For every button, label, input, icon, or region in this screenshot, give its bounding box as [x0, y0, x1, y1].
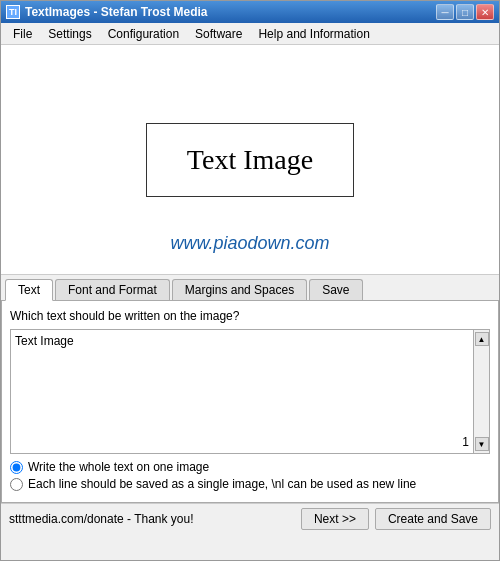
tabs-area: Text Font and Format Margins and Spaces …: [1, 275, 499, 503]
next-button[interactable]: Next >>: [301, 508, 369, 530]
menu-bar: File Settings Configuration Software Hel…: [1, 23, 499, 45]
create-save-button[interactable]: Create and Save: [375, 508, 491, 530]
radio-whole-option[interactable]: Write the whole text on one image: [10, 460, 490, 474]
scroll-down-btn[interactable]: ▼: [475, 437, 489, 451]
watermark: www.piaodown.com: [170, 233, 329, 254]
scroll-up-btn[interactable]: ▲: [475, 332, 489, 346]
preview-container: Text Image www.piaodown.com: [1, 45, 499, 275]
menu-settings[interactable]: Settings: [40, 25, 99, 43]
radio-whole-label: Write the whole text on one image: [28, 460, 209, 474]
minimize-button[interactable]: ─: [436, 4, 454, 20]
tab-margins-spaces[interactable]: Margins and Spaces: [172, 279, 307, 300]
bottom-bar: stttmedia.com/donate - Thank you! Next >…: [1, 503, 499, 534]
menu-configuration[interactable]: Configuration: [100, 25, 187, 43]
app-icon: TI: [6, 5, 20, 19]
title-bar: TI TextImages - Stefan Trost Media ─ □ ✕: [1, 1, 499, 23]
radio-lines-option[interactable]: Each line should be saved as a single im…: [10, 477, 490, 491]
tab-text[interactable]: Text: [5, 279, 53, 301]
radio-group: Write the whole text on one image Each l…: [10, 460, 490, 491]
close-button[interactable]: ✕: [476, 4, 494, 20]
char-count: 1: [462, 435, 469, 449]
radio-whole[interactable]: [10, 461, 23, 474]
maximize-button[interactable]: □: [456, 4, 474, 20]
text-image-preview: Text Image: [146, 123, 354, 197]
radio-lines-label: Each line should be saved as a single im…: [28, 477, 416, 491]
tab-bar: Text Font and Format Margins and Spaces …: [1, 275, 499, 301]
textarea-wrapper: Text Image ▲ ▼ 1: [10, 329, 490, 454]
menu-software[interactable]: Software: [187, 25, 250, 43]
radio-lines[interactable]: [10, 478, 23, 491]
tab-question: Which text should be written on the imag…: [10, 309, 490, 323]
text-input[interactable]: Text Image: [11, 330, 489, 450]
donate-text: stttmedia.com/donate - Thank you!: [9, 512, 194, 526]
main-window: TI TextImages - Stefan Trost Media ─ □ ✕…: [0, 0, 500, 561]
window-title: TextImages - Stefan Trost Media: [25, 5, 208, 19]
button-group: Next >> Create and Save: [301, 508, 491, 530]
tab-save[interactable]: Save: [309, 279, 362, 300]
tab-font-format[interactable]: Font and Format: [55, 279, 170, 300]
menu-help[interactable]: Help and Information: [250, 25, 377, 43]
preview-area: Text Image www.piaodown.com: [1, 45, 499, 275]
scrollbar[interactable]: ▲ ▼: [473, 330, 489, 453]
tab-content: Which text should be written on the imag…: [1, 301, 499, 503]
menu-file[interactable]: File: [5, 25, 40, 43]
